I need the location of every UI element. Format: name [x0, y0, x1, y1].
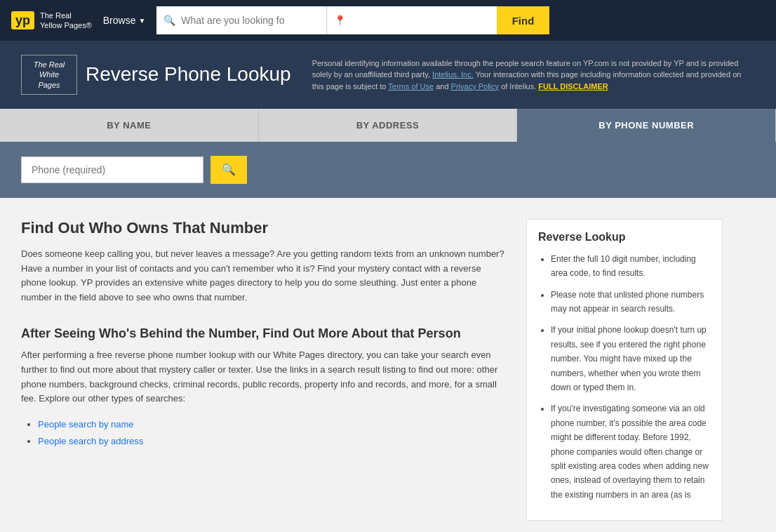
- chevron-down-icon: ▼: [138, 17, 145, 25]
- tab-section: BY NAME BY ADDRESS BY PHONE NUMBER: [0, 109, 776, 142]
- yp-logo-area[interactable]: yp The Real Yellow Pages®: [11, 11, 92, 31]
- top-search-bar: 🔍 📍 Los Angeles, CA Find: [156, 6, 549, 34]
- hero-disclaimer: Personal identifying information availab…: [312, 58, 755, 93]
- yp-logo-text: The Real Yellow Pages®: [40, 11, 92, 31]
- sidebar-bullet-1: Enter the full 10 digit number, includin…: [551, 252, 711, 281]
- search-icon: 🔍: [163, 15, 175, 26]
- top-navigation: yp The Real Yellow Pages® Browse ▼ 🔍 📍 L…: [0, 0, 776, 41]
- privacy-policy-link[interactable]: Privacy Policy: [451, 82, 499, 91]
- location-icon: 📍: [334, 15, 346, 26]
- white-pages-logo: The RealWhite Pages: [21, 55, 77, 95]
- people-search-by-address-link[interactable]: People search by address: [38, 436, 143, 446]
- search-what-input[interactable]: [181, 15, 319, 26]
- browse-button[interactable]: Browse ▼: [103, 15, 146, 26]
- search-where-input[interactable]: Los Angeles, CA: [350, 15, 490, 26]
- hero-logo-area: The RealWhite Pages Reverse Phone Lookup: [21, 55, 291, 95]
- phone-search-row: 🔍: [21, 156, 755, 184]
- left-content: Find Out Who Owns That Number Does someo…: [21, 219, 526, 521]
- sidebar-bullet-4: If you're investigating someone via an o…: [551, 401, 711, 502]
- full-disclaimer-link[interactable]: FULL DISCLAIMER: [538, 82, 608, 91]
- search-what-container: 🔍: [156, 6, 327, 34]
- sidebar-bullet-3: If your initial phone lookup doesn't tur…: [551, 323, 711, 394]
- terms-of-use-link[interactable]: Terms of Use: [388, 82, 434, 91]
- find-button[interactable]: Find: [497, 6, 550, 34]
- tab-by-phone[interactable]: BY PHONE NUMBER: [517, 109, 776, 142]
- reverse-lookup-box: Reverse Lookup Enter the full 10 digit n…: [526, 219, 723, 521]
- people-search-by-name-link[interactable]: People search by name: [38, 419, 134, 430]
- sidebar-title: Reverse Lookup: [538, 231, 711, 244]
- hero-title: Reverse Phone Lookup: [86, 63, 291, 86]
- tab-by-name[interactable]: BY NAME: [0, 109, 259, 142]
- list-item: People search by name: [38, 416, 505, 432]
- section-title-2: After Seeing Who's Behind the Number, Fi…: [21, 326, 505, 341]
- body-text-2: After performing a free reverse phone nu…: [21, 348, 505, 406]
- tab-by-address[interactable]: BY ADDRESS: [259, 109, 518, 142]
- main-content: Find Out Who Owns That Number Does someo…: [0, 198, 744, 532]
- hero-banner: The RealWhite Pages Reverse Phone Lookup…: [0, 41, 776, 109]
- yp-logo: yp: [11, 11, 34, 29]
- right-sidebar: Reverse Lookup Enter the full 10 digit n…: [526, 219, 723, 521]
- intelius-link[interactable]: Intelius, Inc.: [432, 70, 474, 79]
- list-item: People search by address: [38, 433, 505, 449]
- sidebar-bullets: Enter the full 10 digit number, includin…: [551, 252, 711, 502]
- phone-search-section: 🔍: [0, 142, 776, 198]
- body-text-1: Does someone keep calling you, but never…: [21, 247, 505, 305]
- sidebar-bullet-2: Please note that unlisted phone numbers …: [551, 288, 711, 317]
- search-links-list: People search by name People search by a…: [38, 416, 505, 449]
- section-title-1: Find Out Who Owns That Number: [21, 219, 505, 237]
- phone-input[interactable]: [21, 157, 203, 183]
- browse-label: Browse: [103, 15, 136, 26]
- search-where-container: 📍 Los Angeles, CA: [327, 6, 497, 34]
- search-tabs: BY NAME BY ADDRESS BY PHONE NUMBER: [0, 109, 776, 142]
- phone-search-button[interactable]: 🔍: [210, 156, 247, 184]
- search-icon: 🔍: [222, 163, 236, 176]
